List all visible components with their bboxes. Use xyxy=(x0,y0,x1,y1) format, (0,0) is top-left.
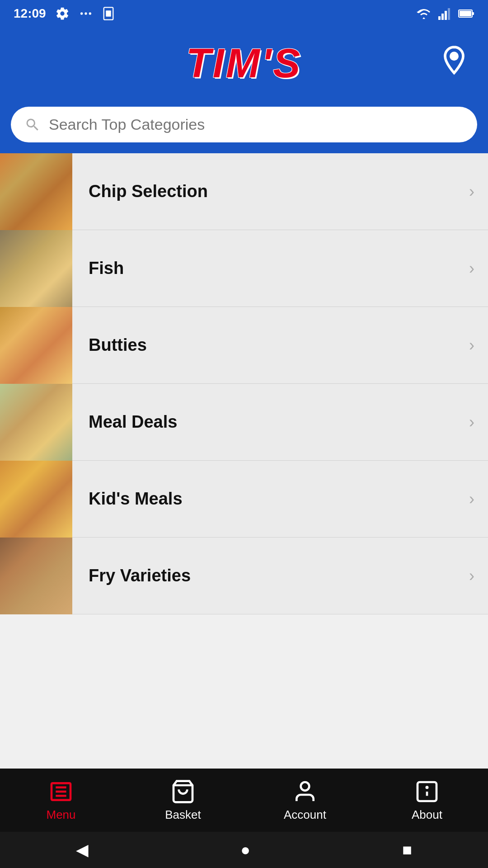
account-icon xyxy=(292,779,318,804)
main-content: TIM'S Chip Selection › Fish › xyxy=(0,27,488,868)
category-label-kids-meals: Kid's Meals xyxy=(72,489,469,509)
bottom-navigation: Menu Basket Account About xyxy=(0,769,488,832)
settings-icon xyxy=(55,6,70,21)
category-item-kids-meals[interactable]: Kid's Meals › xyxy=(0,461,488,538)
svg-rect-11 xyxy=(472,12,474,15)
category-image-fish xyxy=(0,230,72,307)
status-time: 12:09 xyxy=(14,6,46,21)
categories-container: Chip Selection › Fish › Butties › Meal D… xyxy=(0,153,488,614)
category-image-meal-deals xyxy=(0,384,72,461)
svg-rect-7 xyxy=(445,11,447,20)
chevron-right-icon: › xyxy=(469,490,488,509)
chevron-right-icon: › xyxy=(469,259,488,278)
svg-rect-10 xyxy=(460,11,471,16)
sim-icon xyxy=(102,6,115,21)
menu-icon xyxy=(48,779,74,804)
svg-point-18 xyxy=(301,782,310,791)
android-home-button[interactable]: ● xyxy=(240,840,250,859)
svg-point-2 xyxy=(89,12,91,14)
app-header: TIM'S xyxy=(0,27,488,99)
svg-rect-8 xyxy=(448,8,450,20)
chevron-right-icon: › xyxy=(469,566,488,585)
chevron-right-icon: › xyxy=(469,182,488,201)
wifi-icon xyxy=(416,7,432,20)
location-button[interactable] xyxy=(438,45,470,82)
nav-label-menu: Menu xyxy=(46,808,75,822)
basket-icon xyxy=(170,779,196,804)
nav-label-account: Account xyxy=(284,808,326,822)
status-right xyxy=(416,7,474,20)
svg-rect-4 xyxy=(106,10,111,17)
chevron-right-icon: › xyxy=(469,336,488,355)
category-item-fish[interactable]: Fish › xyxy=(0,230,488,307)
about-icon xyxy=(414,779,440,804)
search-input[interactable] xyxy=(49,116,464,133)
category-label-meal-deals: Meal Deals xyxy=(72,412,469,432)
nav-item-basket[interactable]: Basket xyxy=(122,779,244,822)
svg-point-12 xyxy=(451,53,457,59)
category-label-fish: Fish xyxy=(72,259,469,278)
category-item-meal-deals[interactable]: Meal Deals › xyxy=(0,384,488,461)
nav-label-about: About xyxy=(412,808,442,822)
signal-icon xyxy=(438,7,452,20)
android-recent-button[interactable]: ■ xyxy=(402,840,412,859)
category-image-chip-selection xyxy=(0,153,72,230)
category-item-chip-selection[interactable]: Chip Selection › xyxy=(0,153,488,230)
nav-item-account[interactable]: Account xyxy=(244,779,366,822)
svg-rect-6 xyxy=(441,14,444,20)
nav-item-about[interactable]: About xyxy=(366,779,488,822)
svg-point-0 xyxy=(80,12,83,14)
search-icon xyxy=(24,117,41,133)
nav-label-basket: Basket xyxy=(165,808,201,822)
status-left: 12:09 xyxy=(14,6,115,21)
category-label-chip-selection: Chip Selection xyxy=(72,182,469,201)
android-navigation: ◀ ● ■ xyxy=(0,832,488,868)
categories-list: Chip Selection › Fish › Butties › Meal D… xyxy=(0,153,488,868)
nav-item-menu[interactable]: Menu xyxy=(0,779,122,822)
logo-container: TIM'S xyxy=(186,40,302,87)
location-icon xyxy=(438,45,470,81)
category-label-butties: Butties xyxy=(72,335,469,355)
category-item-butties[interactable]: Butties › xyxy=(0,307,488,384)
chevron-right-icon: › xyxy=(469,413,488,432)
dots-icon xyxy=(79,6,93,21)
search-wrapper xyxy=(11,107,477,142)
category-image-fry-varieties xyxy=(0,538,72,614)
status-bar: 12:09 xyxy=(0,0,488,27)
android-back-button[interactable]: ◀ xyxy=(76,840,89,859)
category-label-fry-varieties: Fry Varieties xyxy=(72,566,469,585)
svg-rect-5 xyxy=(438,16,441,20)
battery-icon xyxy=(458,9,474,19)
app-logo: TIM'S xyxy=(186,40,302,87)
search-section xyxy=(0,99,488,153)
category-item-fry-varieties[interactable]: Fry Varieties › xyxy=(0,538,488,614)
svg-point-1 xyxy=(84,12,87,14)
category-image-butties xyxy=(0,307,72,384)
category-image-kids-meals xyxy=(0,461,72,538)
